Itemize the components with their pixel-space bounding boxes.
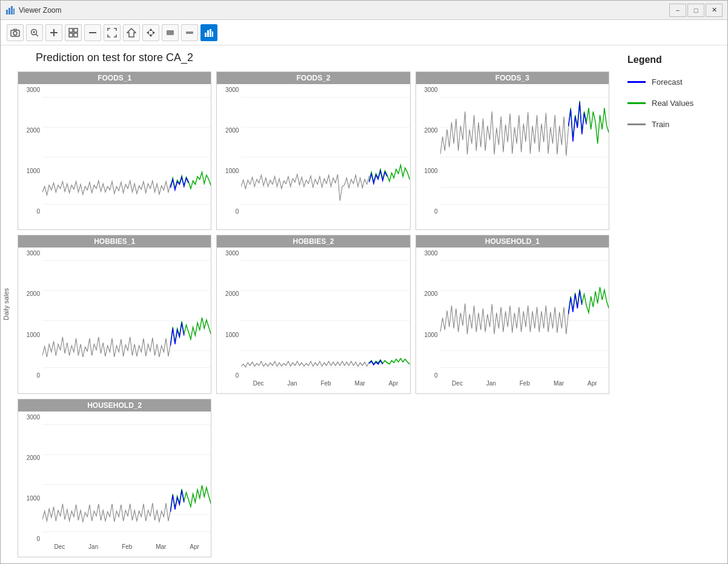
chart-hobbies2-plot (241, 250, 409, 378)
svg-rect-25 (207, 30, 209, 37)
forecast-line-icon (627, 81, 646, 83)
chart-foods1-plot (42, 87, 211, 215)
legend-panel: Legend Forecast Real Values Train (618, 45, 727, 563)
legend-label-real-values: Real Values (652, 99, 693, 108)
chart-hobbies1-xaxis (42, 379, 211, 393)
minus-button[interactable] (84, 24, 101, 41)
chart-foods1-yaxis: 3000 2000 1000 0 (18, 84, 42, 215)
chart-foods2-plot (241, 87, 409, 215)
close-button[interactable]: ✕ (706, 4, 723, 17)
chart-foods3-title: FOODS_3 (416, 72, 609, 84)
maximize-button[interactable]: □ (687, 4, 704, 17)
chart-foods3-yaxis: 3000 2000 1000 0 (416, 84, 440, 215)
chart-foods1-body: 3000 2000 1000 0 (18, 84, 211, 229)
svg-rect-22 (167, 30, 174, 35)
chart-household1: HOUSEHOLD_1 3000 2000 1000 0 (415, 235, 609, 393)
chart-household1-yaxis: 3000 2000 1000 0 (416, 248, 440, 378)
empty-cell-3 (415, 399, 609, 557)
chart-household2-yaxis: 3000 2000 1000 0 (18, 412, 42, 542)
zoom-button[interactable] (26, 24, 43, 41)
train-line-icon (627, 123, 646, 125)
charts-wrapper: Daily sales Prediction on test for store… (1, 45, 727, 563)
chart-foods3-plot (440, 87, 609, 215)
chart-household1-xaxis: Dec Jan Feb Mar Apr (440, 379, 609, 393)
chart-foods3-body: 3000 2000 1000 0 (416, 84, 609, 229)
chart-household2: HOUSEHOLD_2 3000 2000 1000 0 (18, 399, 211, 557)
titlebar-controls: − □ ✕ (669, 4, 723, 17)
home-button[interactable] (123, 24, 140, 41)
chart-foods2: FOODS_2 3000 2000 1000 0 (216, 71, 410, 230)
chart-hobbies2-xaxis: Dec Jan Feb Mar Apr (241, 379, 409, 393)
minimize-button[interactable]: − (669, 4, 686, 17)
chart-hobbies2-title: HOBBIES_2 (217, 235, 409, 248)
svg-rect-3 (13, 8, 15, 15)
chart-foods2-yaxis: 3000 2000 1000 0 (217, 84, 241, 215)
chart-household2-title: HOUSEHOLD_2 (18, 399, 211, 412)
svg-rect-14 (69, 33, 73, 37)
fullscreen-button[interactable] (104, 24, 121, 41)
chart-foods1-title: FOODS_1 (18, 72, 211, 84)
chart-foods2-title: FOODS_2 (217, 72, 409, 84)
chart-household2-plot (42, 414, 211, 542)
svg-rect-23 (186, 31, 193, 34)
window-title: Viewer Zoom (19, 6, 669, 15)
legend-item-train: Train (627, 120, 718, 129)
window-icon (5, 5, 15, 15)
rect-select-button[interactable] (162, 24, 179, 41)
svg-rect-24 (205, 33, 207, 37)
chart-household2-body: 3000 2000 1000 0 (18, 412, 211, 557)
chart-hobbies2: HOBBIES_2 3000 2000 1000 0 (216, 235, 410, 393)
svg-marker-21 (153, 31, 155, 34)
legend-title: Legend (627, 54, 718, 65)
chart-household1-body: 3000 2000 1000 0 (416, 248, 609, 393)
svg-rect-26 (210, 29, 211, 37)
legend-label-forecast: Forecast (652, 77, 683, 87)
legend-item-real-values: Real Values (627, 99, 718, 108)
svg-marker-19 (149, 34, 153, 37)
plus-button[interactable] (45, 24, 62, 41)
chart-hobbies1-plot (42, 250, 211, 378)
svg-marker-17 (127, 28, 136, 37)
svg-marker-18 (149, 28, 153, 31)
svg-marker-20 (147, 31, 149, 34)
svg-line-7 (36, 34, 39, 36)
line-select-button[interactable] (181, 24, 198, 41)
chart-foods3: FOODS_3 3000 2000 1000 0 (415, 71, 609, 230)
legend-item-forecast: Forecast (627, 77, 718, 87)
titlebar: Viewer Zoom − □ ✕ (1, 1, 727, 20)
svg-rect-27 (212, 31, 213, 37)
svg-rect-2 (11, 6, 13, 15)
chart-hobbies1-body: 3000 2000 1000 0 (18, 248, 211, 393)
barchart-button[interactable] (200, 24, 217, 41)
chart-hobbies1-yaxis: 3000 2000 1000 0 (18, 248, 42, 378)
chart-hobbies1-title: HOBBIES_1 (18, 235, 211, 248)
chart-hobbies2-body: 3000 2000 1000 0 (217, 248, 409, 393)
legend-label-train: Train (652, 120, 669, 129)
main-window: Viewer Zoom − □ ✕ (0, 0, 728, 564)
svg-rect-13 (74, 28, 78, 32)
svg-point-4 (13, 31, 17, 35)
svg-rect-0 (6, 10, 8, 15)
charts-grid: FOODS_1 3000 2000 1000 0 (18, 71, 609, 557)
empty-cell-2 (216, 399, 410, 557)
chart-hobbies1: HOBBIES_1 3000 2000 1000 0 (18, 235, 211, 393)
expand-button[interactable] (65, 24, 82, 41)
camera-button[interactable] (7, 24, 24, 41)
chart-household1-title: HOUSEHOLD_1 (416, 235, 609, 248)
chart-foods1: FOODS_1 3000 2000 1000 0 (18, 71, 211, 230)
chart-household2-xaxis: Dec Jan Feb Mar Apr (42, 542, 211, 557)
svg-rect-12 (69, 28, 73, 32)
svg-rect-15 (74, 33, 78, 37)
svg-rect-1 (8, 8, 10, 15)
y-axis-label: Daily sales (1, 45, 12, 563)
toolbar (1, 20, 727, 45)
chart-hobbies2-yaxis: 3000 2000 1000 0 (217, 248, 241, 378)
page-title: Prediction on test for store CA_2 (36, 51, 609, 64)
main-area: Prediction on test for store CA_2 FOODS_… (12, 45, 618, 563)
real-values-line-icon (627, 102, 646, 104)
pan-button[interactable] (142, 24, 159, 41)
chart-household1-plot (440, 250, 609, 378)
content-area: Daily sales Prediction on test for store… (1, 45, 727, 563)
chart-foods2-body: 3000 2000 1000 0 (217, 84, 409, 229)
